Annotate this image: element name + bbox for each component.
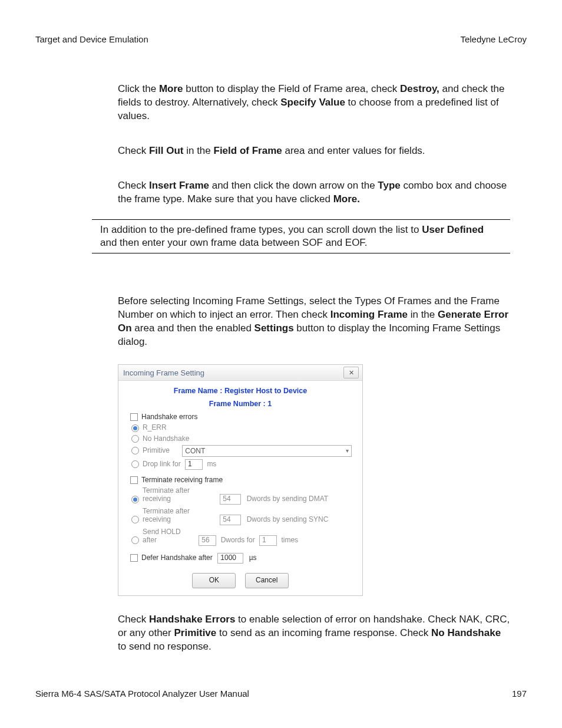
defer-handshake-row[interactable]: Defer Handshake after 1000 µs xyxy=(123,551,358,565)
header-left: Target and Device Emulation xyxy=(35,34,148,44)
cancel-button[interactable]: Cancel xyxy=(245,573,289,588)
frame-name-heading: Frame Name : Register Host to Device xyxy=(123,384,358,397)
r-err-radio[interactable]: R_ERR xyxy=(123,422,358,433)
terminate-sync-row: Terminate after receiving 54 Dwords by s… xyxy=(123,506,358,526)
checkbox-icon[interactable] xyxy=(130,554,138,562)
manual-page: Target and Device Emulation Teledyne LeC… xyxy=(0,0,562,728)
dmat-dwords-input[interactable]: 54 xyxy=(220,494,241,505)
frame-number-heading: Frame Number : 1 xyxy=(123,397,358,410)
radio-icon[interactable] xyxy=(131,424,139,432)
body-column: Click the More button to display the Fie… xyxy=(118,83,510,206)
terminate-frame-checkbox[interactable]: Terminate receiving frame xyxy=(123,473,358,485)
hold-after-input[interactable]: 56 xyxy=(199,535,216,546)
radio-icon[interactable] xyxy=(131,435,139,443)
hold-for-input[interactable]: 1 xyxy=(259,535,277,546)
footer-left: Sierra M6-4 SAS/SATA Protocol Analyzer U… xyxy=(35,689,249,699)
paragraph-2: Check Fill Out in the Field of Frame are… xyxy=(118,144,510,158)
dialog-button-row: OK Cancel xyxy=(123,565,358,588)
defer-value-input[interactable]: 1000 xyxy=(217,553,243,564)
page-footer: Sierra M6-4 SAS/SATA Protocol Analyzer U… xyxy=(35,689,527,699)
radio-icon[interactable] xyxy=(131,516,139,523)
dialog-body: Frame Name : Register Host to Device Fra… xyxy=(118,381,362,595)
no-handshake-radio[interactable]: No Handshake xyxy=(123,433,358,444)
dialog-title-text: Incoming Frame Setting xyxy=(123,368,204,377)
close-icon[interactable]: ✕ xyxy=(343,367,359,378)
drop-link-input[interactable]: 1 xyxy=(185,459,203,470)
chevron-down-icon: ▾ xyxy=(346,447,349,454)
radio-icon[interactable] xyxy=(131,496,139,503)
checkbox-icon[interactable] xyxy=(130,476,138,484)
radio-icon[interactable] xyxy=(131,460,139,468)
radio-icon[interactable] xyxy=(131,447,139,454)
primitive-radio-row: Primitive CONT ▾ xyxy=(123,444,358,458)
page-header: Target and Device Emulation Teledyne LeC… xyxy=(35,34,527,44)
primitive-combo[interactable]: CONT ▾ xyxy=(182,445,352,457)
header-right: Teledyne LeCroy xyxy=(460,34,527,44)
footer-page-number: 197 xyxy=(512,689,527,699)
paragraph-5: Check Handshake Errors to enable selecti… xyxy=(118,613,510,654)
drop-link-row: Drop link for 1 ms xyxy=(123,458,358,471)
paragraph-3: Check Insert Frame and then click the do… xyxy=(118,179,510,206)
radio-icon[interactable] xyxy=(131,536,139,544)
paragraph-4: Before selecting Incoming Frame Settings… xyxy=(118,295,510,349)
note-block: In addition to the pre-defined frame typ… xyxy=(92,219,510,253)
ok-button[interactable]: OK xyxy=(192,573,236,588)
checkbox-icon[interactable] xyxy=(130,413,138,421)
sync-dwords-input[interactable]: 54 xyxy=(220,515,241,525)
incoming-frame-dialog: Incoming Frame Setting ✕ Frame Name : Re… xyxy=(118,364,363,596)
dialog-titlebar[interactable]: Incoming Frame Setting ✕ xyxy=(118,365,362,381)
handshake-errors-checkbox[interactable]: Handshake errors xyxy=(123,410,358,422)
terminate-dmat-row: Terminate after receiving 54 Dwords by s… xyxy=(123,485,358,506)
send-hold-row: Send HOLD after 56 Dwords for 1 times xyxy=(123,526,358,547)
paragraph-1: Click the More button to display the Fie… xyxy=(118,83,510,123)
